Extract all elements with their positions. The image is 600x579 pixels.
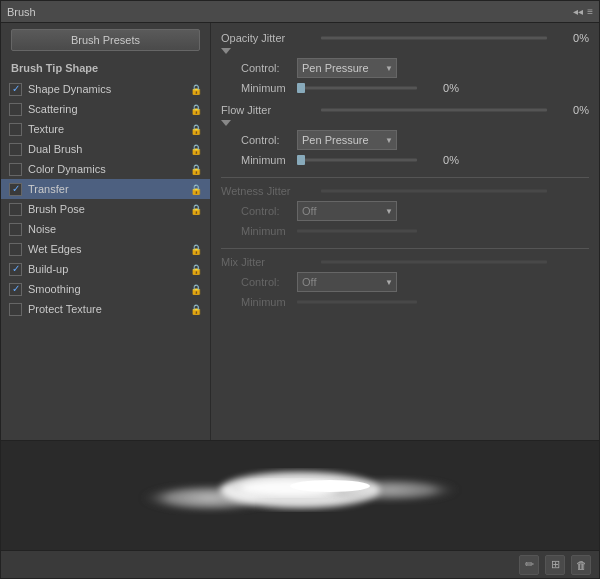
lock-icon-brush-pose: 🔒: [190, 203, 202, 215]
minimum2-label: Minimum: [241, 154, 297, 166]
label-protect-texture: Protect Texture: [28, 303, 186, 315]
sidebar-item-smoothing[interactable]: Smoothing 🔒: [1, 279, 210, 299]
checkbox-protect-texture[interactable]: [9, 303, 22, 316]
flow-jitter-slider[interactable]: [321, 103, 547, 117]
opacity-jitter-row: Opacity Jitter 0%: [221, 31, 589, 45]
checkbox-smoothing[interactable]: [9, 283, 22, 296]
opacity-jitter-value: 0%: [553, 32, 589, 44]
sidebar-item-noise[interactable]: Noise 🔒: [1, 219, 210, 239]
brush-icon[interactable]: ✏: [519, 555, 539, 575]
opacity-jitter-slider[interactable]: [321, 31, 547, 45]
wetness-jitter-label: Wetness Jitter: [221, 185, 321, 197]
panel-collapse-icon[interactable]: ◂◂: [573, 6, 583, 17]
minimum2-track: [297, 159, 417, 162]
control3-select[interactable]: Off Fade Pen Pressure: [297, 201, 397, 221]
control4-label: Control:: [241, 276, 297, 288]
label-dual-brush: Dual Brush: [28, 143, 186, 155]
label-color-dynamics: Color Dynamics: [28, 163, 186, 175]
opacity-jitter-track: [321, 37, 547, 40]
minimum3-label: Minimum: [241, 225, 297, 237]
sidebar-item-scattering[interactable]: Scattering 🔒: [1, 99, 210, 119]
settings-icon[interactable]: 🗑: [571, 555, 591, 575]
control1-select-wrap[interactable]: Pen Pressure Off Fade Pen Tilt Stylus Wh…: [297, 58, 397, 78]
flow-jitter-value: 0%: [553, 104, 589, 116]
panel-body: Brush Presets Brush Tip Shape Shape Dyna…: [1, 23, 599, 440]
control1-select[interactable]: Pen Pressure Off Fade Pen Tilt Stylus Wh…: [297, 58, 397, 78]
sidebar-item-shape-dynamics[interactable]: Shape Dynamics 🔒: [1, 79, 210, 99]
lock-icon-color-dynamics: 🔒: [190, 163, 202, 175]
label-noise: Noise: [28, 223, 186, 235]
checkbox-transfer[interactable]: [9, 183, 22, 196]
triangle-marker-2: [221, 120, 589, 128]
lock-icon-shape-dynamics: 🔒: [190, 83, 202, 95]
brush-preview: [1, 440, 599, 550]
lock-icon-dual-brush: 🔒: [190, 143, 202, 155]
opacity-jitter-label: Opacity Jitter: [221, 32, 321, 44]
minimum2-thumb[interactable]: [297, 155, 305, 165]
wetness-jitter-track: [321, 190, 547, 193]
lock-icon-protect-texture: 🔒: [190, 303, 202, 315]
checkbox-shape-dynamics[interactable]: [9, 83, 22, 96]
grid-icon[interactable]: ⊞: [545, 555, 565, 575]
panel-controls: ◂◂ ≡: [573, 6, 593, 17]
svg-point-4: [290, 480, 370, 492]
sidebar-item-protect-texture[interactable]: Protect Texture 🔒: [1, 299, 210, 319]
label-smoothing: Smoothing: [28, 283, 186, 295]
control2-label: Control:: [241, 134, 297, 146]
label-texture: Texture: [28, 123, 186, 135]
control2-select[interactable]: Pen Pressure Off Fade Pen Tilt Stylus Wh…: [297, 130, 397, 150]
minimum1-slider[interactable]: [297, 81, 417, 95]
control4-select-wrap[interactable]: Off Fade Pen Pressure: [297, 272, 397, 292]
panel-titlebar: Brush ◂◂ ≡: [1, 1, 599, 23]
label-build-up: Build-up: [28, 263, 186, 275]
panel-menu-icon[interactable]: ≡: [587, 6, 593, 17]
brush-presets-button[interactable]: Brush Presets: [11, 29, 200, 51]
minimum1-label: Minimum: [241, 82, 297, 94]
lock-icon-texture: 🔒: [190, 123, 202, 135]
control3-select-wrap[interactable]: Off Fade Pen Pressure: [297, 201, 397, 221]
lock-icon-wet-edges: 🔒: [190, 243, 202, 255]
sidebar: Brush Presets Brush Tip Shape Shape Dyna…: [1, 23, 211, 440]
checkbox-brush-pose[interactable]: [9, 203, 22, 216]
label-brush-pose: Brush Pose: [28, 203, 186, 215]
minimum2-slider[interactable]: [297, 153, 417, 167]
mix-jitter-row: Mix Jitter: [221, 255, 589, 269]
minimum1-thumb[interactable]: [297, 83, 305, 93]
brush-panel: Brush ◂◂ ≡ Brush Presets Brush Tip Shape…: [0, 0, 600, 579]
checkbox-scattering[interactable]: [9, 103, 22, 116]
wetness-jitter-row: Wetness Jitter: [221, 184, 589, 198]
label-shape-dynamics: Shape Dynamics: [28, 83, 186, 95]
sidebar-item-texture[interactable]: Texture 🔒: [1, 119, 210, 139]
section-header: Brush Tip Shape: [1, 59, 210, 77]
mix-jitter-label: Mix Jitter: [221, 256, 321, 268]
control3-row: Control: Off Fade Pen Pressure: [221, 201, 589, 221]
content-area: Opacity Jitter 0% Control: Pen Pressure …: [211, 23, 599, 440]
minimum2-row: Minimum 0%: [221, 153, 589, 167]
sidebar-item-color-dynamics[interactable]: Color Dynamics 🔒: [1, 159, 210, 179]
flow-jitter-track: [321, 109, 547, 112]
sidebar-item-dual-brush[interactable]: Dual Brush 🔒: [1, 139, 210, 159]
minimum4-row: Minimum: [221, 295, 589, 309]
minimum1-track: [297, 87, 417, 90]
lock-icon-scattering: 🔒: [190, 103, 202, 115]
checkbox-build-up[interactable]: [9, 263, 22, 276]
control3-label: Control:: [241, 205, 297, 217]
label-transfer: Transfer: [28, 183, 186, 195]
sidebar-item-build-up[interactable]: Build-up 🔒: [1, 259, 210, 279]
checkbox-dual-brush[interactable]: [9, 143, 22, 156]
divider2: [221, 248, 589, 249]
checkbox-color-dynamics[interactable]: [9, 163, 22, 176]
control2-select-wrap[interactable]: Pen Pressure Off Fade Pen Tilt Stylus Wh…: [297, 130, 397, 150]
minimum3-slider: [297, 224, 417, 238]
checkbox-texture[interactable]: [9, 123, 22, 136]
checkbox-wet-edges[interactable]: [9, 243, 22, 256]
sidebar-item-wet-edges[interactable]: Wet Edges 🔒: [1, 239, 210, 259]
label-scattering: Scattering: [28, 103, 186, 115]
minimum1-row: Minimum 0%: [221, 81, 589, 95]
sidebar-item-brush-pose[interactable]: Brush Pose 🔒: [1, 199, 210, 219]
sidebar-item-transfer[interactable]: Transfer 🔒: [1, 179, 210, 199]
control4-select[interactable]: Off Fade Pen Pressure: [297, 272, 397, 292]
mix-jitter-slider: [321, 255, 547, 269]
lock-icon-build-up: 🔒: [190, 263, 202, 275]
checkbox-noise[interactable]: [9, 223, 22, 236]
